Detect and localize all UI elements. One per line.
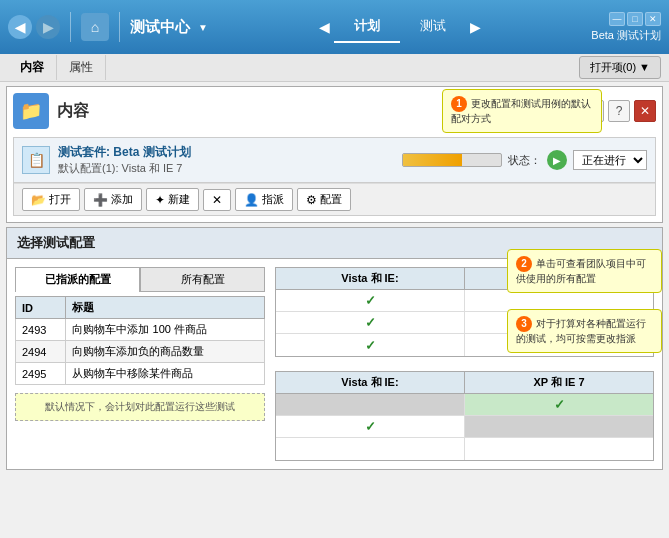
minimize-button[interactable]: —: [609, 12, 625, 26]
app-title: 测试中心: [130, 18, 190, 37]
toolbar-open[interactable]: 📂打开: [22, 188, 80, 211]
config-row: ✓: [276, 394, 653, 416]
assign-icon: 👤: [244, 193, 259, 207]
new-icon: ✦: [155, 193, 165, 207]
title-dropdown-button[interactable]: ▼: [198, 22, 208, 33]
config-cell[interactable]: ✓: [276, 334, 465, 356]
tab-assigned[interactable]: 已指派的配置: [15, 267, 140, 292]
cell-id: 2495: [16, 363, 66, 385]
tab-plan[interactable]: 计划: [334, 11, 400, 43]
config-cell[interactable]: [465, 416, 653, 437]
lower-panel: 选择测试配置 已指派的配置 所有配置 ID 标题: [6, 227, 663, 470]
suite-header: 📋 测试套件: Beta 测试计划 默认配置(1): Vista 和 IE 7 …: [14, 138, 655, 183]
content-title: 内容: [57, 101, 89, 122]
home-button[interactable]: ⌂: [81, 13, 109, 41]
toolbar-config[interactable]: ⚙配置: [297, 188, 351, 211]
tab-right-arrow[interactable]: ▶: [466, 19, 485, 35]
table-row[interactable]: 2495 从购物车中移除某件商品: [16, 363, 265, 385]
progress-bar: [402, 153, 502, 167]
cell-title: 向购物车中添加 100 件商品: [66, 319, 265, 341]
config-cell[interactable]: [276, 438, 465, 460]
forward-button[interactable]: ▶: [36, 15, 60, 39]
open-items-button[interactable]: 打开项(0) ▼: [579, 56, 661, 79]
callout-number-1: 1: [451, 96, 467, 112]
content-tab-bar: 内容 属性 打开项(0) ▼: [0, 54, 669, 82]
col-title: 标题: [66, 297, 265, 319]
tab-content[interactable]: 内容: [8, 55, 57, 80]
tab-test[interactable]: 测试: [400, 11, 466, 43]
left-table-section: 已指派的配置 所有配置 ID 标题 2493 向购物车中添加 100 件商品: [15, 267, 265, 461]
cell-id: 2493: [16, 319, 66, 341]
content-folder-icon: 📁: [13, 93, 49, 129]
cell-title: 从购物车中移除某件商品: [66, 363, 265, 385]
cell-id: 2494: [16, 341, 66, 363]
config-cell[interactable]: [276, 394, 465, 415]
suite-info: 测试套件: Beta 测试计划 默认配置(1): Vista 和 IE 7: [58, 144, 394, 176]
toolbar-new[interactable]: ✦新建: [146, 188, 199, 211]
delete-icon: ✕: [212, 193, 222, 207]
divider: [70, 12, 71, 42]
config-row: [276, 438, 653, 460]
divider2: [119, 12, 120, 42]
status-dropdown[interactable]: 正在进行: [573, 150, 647, 170]
tab-left-arrow[interactable]: ◀: [315, 19, 334, 35]
suite-status: 状态： ▶ 正在进行: [402, 150, 647, 170]
plan-label: Beta 测试计划: [591, 28, 661, 43]
config-row: ✓: [276, 416, 653, 438]
right-tables-section: Vista 和 IE: XP 和 IE 7 ✓ ✓ ✓: [275, 267, 654, 461]
col-id: ID: [16, 297, 66, 319]
maximize-button[interactable]: □: [627, 12, 643, 26]
default-note: 默认情况下，会计划对此配置运行这些测试: [15, 393, 265, 421]
suite-name: 测试套件: Beta 测试计划: [58, 144, 394, 161]
config-cell[interactable]: ✓: [276, 416, 465, 437]
panel-close-button[interactable]: ✕: [634, 100, 656, 122]
callout-number-3: 3: [516, 316, 532, 332]
toolbar-delete[interactable]: ✕: [203, 189, 231, 211]
suite-section: 📋 测试套件: Beta 测试计划 默认配置(1): Vista 和 IE 7 …: [13, 137, 656, 216]
config-col-xp-2: XP 和 IE 7: [465, 372, 653, 393]
callout-2: 2单击可查看团队项目中可供使用的所有配置: [507, 249, 662, 293]
config-cell[interactable]: [465, 290, 653, 311]
nav-section: ◀ ▶ ⌂ 测试中心 ▼: [8, 12, 208, 42]
suite-sub: 默认配置(1): Vista 和 IE 7: [58, 161, 394, 176]
progress-fill: [403, 154, 462, 166]
config-table-2-header: Vista 和 IE: XP 和 IE 7: [275, 371, 654, 393]
suite-toolbar: 📂打开 ➕添加 ✦新建 ✕ 👤指派 ⚙配置: [14, 183, 655, 215]
play-button[interactable]: ▶: [547, 150, 567, 170]
toolbar-add[interactable]: ➕添加: [84, 188, 142, 211]
back-button[interactable]: ◀: [8, 15, 32, 39]
config-table-2: Vista 和 IE: XP 和 IE 7 ✓ ✓: [275, 371, 654, 461]
table-row[interactable]: 2493 向购物车中添加 100 件商品: [16, 319, 265, 341]
window-controls-section: — □ ✕ Beta 测试计划: [591, 12, 661, 43]
lower-body: 已指派的配置 所有配置 ID 标题 2493 向购物车中添加 100 件商品: [7, 259, 662, 469]
tab-attributes[interactable]: 属性: [57, 55, 106, 80]
content-panel: 📁 内容 □ ? ✕ 📋 测试套件: Beta 测试计划 默认配置(1): Vi…: [6, 86, 663, 223]
config-cell[interactable]: [465, 438, 653, 460]
suite-icon: 📋: [22, 146, 50, 174]
open-icon: 📂: [31, 193, 46, 207]
cell-title: 向购物车添加负的商品数量: [66, 341, 265, 363]
panel-icon-help[interactable]: ?: [608, 100, 630, 122]
config-cell[interactable]: ✓: [276, 312, 465, 333]
add-icon: ➕: [93, 193, 108, 207]
callout-1: 1更改配置和测试用例的默认配对方式: [442, 89, 602, 133]
config-icon: ⚙: [306, 193, 317, 207]
title-bar: ◀ ▶ ⌂ 测试中心 ▼ ◀ 计划 测试 ▶ — □ ✕ Beta 测试计划: [0, 0, 669, 54]
toolbar-assign[interactable]: 👤指派: [235, 188, 293, 211]
config-col-vista-2: Vista 和 IE:: [276, 372, 465, 393]
callout-3: 3对于打算对各种配置运行的测试，均可按需更改指派: [507, 309, 662, 353]
config-col-vista: Vista 和 IE:: [276, 268, 465, 289]
data-table: ID 标题 2493 向购物车中添加 100 件商品 2494 向购物车添加负的…: [15, 296, 265, 385]
tab-section: ◀ 计划 测试 ▶: [208, 11, 591, 43]
window-controls: — □ ✕: [609, 12, 661, 26]
left-tab-group: 已指派的配置 所有配置: [15, 267, 265, 292]
config-cell[interactable]: ✓: [465, 394, 653, 415]
status-label: 状态：: [508, 153, 541, 168]
close-button[interactable]: ✕: [645, 12, 661, 26]
table-row[interactable]: 2494 向购物车添加负的商品数量: [16, 341, 265, 363]
config-cell[interactable]: ✓: [276, 290, 465, 311]
config-rows-2: ✓ ✓: [275, 393, 654, 461]
callout-number-2: 2: [516, 256, 532, 272]
tab-all[interactable]: 所有配置: [140, 267, 265, 292]
